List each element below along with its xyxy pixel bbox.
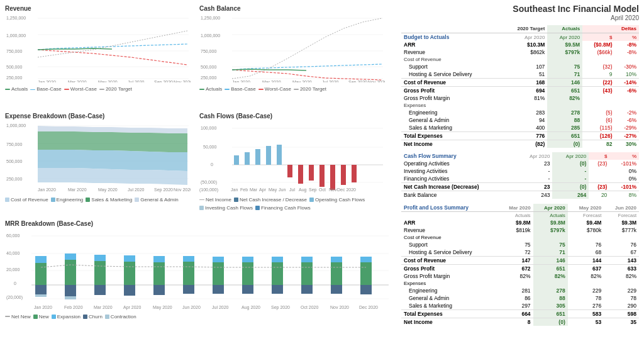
svg-rect-94 bbox=[35, 256, 47, 263]
svg-marker-42 bbox=[38, 150, 187, 171]
svg-text:500,000: 500,000 bbox=[6, 65, 22, 69]
gross-profit-row: Gross Profit 694 651 (43) -6% bbox=[401, 87, 639, 95]
cash-balance-legend: Actuals Base-Case Worst-Case 2020 Target bbox=[199, 86, 391, 92]
svg-marker-41 bbox=[38, 131, 187, 152]
report-subtitle: April 2020 bbox=[401, 14, 639, 21]
svg-rect-124 bbox=[301, 285, 313, 294]
svg-text:(20,000): (20,000) bbox=[6, 295, 23, 300]
pl-net-income: Net Income 8 (0) 53 35 bbox=[401, 318, 639, 326]
svg-text:40,000: 40,000 bbox=[6, 251, 20, 255]
svg-text:(100,000): (100,000) bbox=[199, 187, 218, 192]
svg-rect-68 bbox=[330, 165, 335, 190]
svg-rect-126 bbox=[331, 257, 342, 262]
svg-rect-113 bbox=[213, 262, 224, 285]
svg-rect-100 bbox=[65, 296, 76, 299]
svg-text:100,000: 100,000 bbox=[201, 126, 216, 130]
svg-text:500,000: 500,000 bbox=[201, 65, 216, 69]
svg-text:Jan 2020: Jan 2020 bbox=[38, 80, 56, 82]
svg-text:May: May bbox=[269, 187, 277, 192]
svg-text:Apr 2020: Apr 2020 bbox=[123, 305, 142, 310]
investing-row: Investing Activities - - 0% bbox=[401, 167, 639, 175]
svg-rect-103 bbox=[94, 285, 106, 295]
svg-text:750,000: 750,000 bbox=[201, 49, 216, 53]
svg-text:May 2020: May 2020 bbox=[153, 305, 172, 310]
svg-text:Jan: Jan bbox=[231, 187, 238, 192]
svg-rect-108 bbox=[153, 256, 165, 262]
svg-rect-60 bbox=[245, 152, 250, 165]
svg-rect-102 bbox=[94, 255, 106, 261]
svg-text:Aug: Aug bbox=[299, 187, 307, 192]
left-panel: Revenue 1,250,000 1,000,000 750,000 500,… bbox=[0, 0, 396, 351]
delta-pct-sub: % bbox=[615, 33, 639, 42]
svg-rect-115 bbox=[213, 285, 224, 294]
svg-rect-118 bbox=[242, 285, 253, 294]
svg-rect-130 bbox=[360, 285, 372, 294]
svg-text:Jun 2020: Jun 2020 bbox=[182, 305, 201, 309]
svg-text:Mar 2020: Mar 2020 bbox=[94, 305, 113, 309]
revenue-row: Revenue $862k $797k ($66k) -8% bbox=[401, 48, 639, 56]
svg-text:250,000: 250,000 bbox=[6, 177, 22, 181]
pl-summary-table: Profit and Loss Summary Mar 2020 Apr 202… bbox=[401, 204, 639, 326]
svg-text:750,000: 750,000 bbox=[6, 142, 22, 147]
financing-row: Financing Activities - - 0% bbox=[401, 175, 639, 183]
svg-rect-69 bbox=[341, 165, 346, 185]
pl-cor-header: Cost of Revenue bbox=[401, 234, 639, 241]
revenue-chart-title: Revenue bbox=[5, 5, 197, 12]
svg-rect-61 bbox=[255, 149, 260, 165]
expenses-header-row: Expenses bbox=[401, 102, 639, 109]
svg-rect-110 bbox=[183, 262, 194, 285]
svg-rect-64 bbox=[287, 165, 292, 177]
svg-rect-116 bbox=[242, 262, 253, 285]
svg-text:Nov 2020: Nov 2020 bbox=[330, 305, 349, 309]
svg-rect-70 bbox=[352, 165, 357, 182]
svg-text:Jan 2020: Jan 2020 bbox=[232, 80, 250, 82]
cash-flow-label: Cash Flow Summary bbox=[401, 152, 516, 160]
svg-rect-66 bbox=[309, 165, 314, 181]
svg-text:Nov 2020: Nov 2020 bbox=[368, 80, 385, 82]
pl-cor-total: Cost of Revenue 147 146 144 143 bbox=[401, 257, 639, 265]
svg-rect-98 bbox=[65, 254, 76, 260]
pl-arr-row: ARR $9.8M $9.8M $9.4M $9.3M bbox=[401, 219, 639, 226]
svg-rect-120 bbox=[272, 257, 283, 262]
gross-margin-row: Gross Profit Margin 81% 82% bbox=[401, 94, 639, 102]
svg-rect-97 bbox=[65, 260, 76, 285]
svg-text:Mar 2020: Mar 2020 bbox=[262, 80, 281, 82]
svg-rect-125 bbox=[331, 262, 342, 285]
svg-rect-63 bbox=[277, 145, 282, 165]
svg-text:Jun: Jun bbox=[279, 187, 286, 192]
svg-rect-101 bbox=[94, 261, 106, 285]
svg-rect-128 bbox=[360, 262, 372, 285]
expense-breakdown-title: Expense Breakdown (Base-Case) bbox=[5, 113, 197, 120]
cash-flow-table: Cash Flow Summary Apr 2020 Apr 2020 $ % … bbox=[401, 152, 639, 199]
cash-balance-chart: Cash Balance 1,250,000 1,000,000 750,000… bbox=[199, 5, 391, 110]
engineering-row: Engineering 283 278 (5) -2% bbox=[401, 109, 639, 116]
svg-rect-65 bbox=[298, 165, 303, 184]
pl-revenue-row: Revenue $819k $797k $780k $777k bbox=[401, 226, 639, 234]
svg-text:500,000: 500,000 bbox=[6, 159, 22, 164]
arr-row: ARR $10.3M $9.5M ($0.8M) -8% bbox=[401, 41, 639, 48]
mrr-breakdown-title: MRR Breakdown (Base-Case) bbox=[5, 220, 391, 227]
delta-d-sub: $ bbox=[582, 33, 614, 42]
svg-text:Jan 2020: Jan 2020 bbox=[38, 187, 56, 192]
svg-text:Nov 2020: Nov 2020 bbox=[174, 187, 191, 192]
svg-rect-117 bbox=[242, 257, 253, 262]
svg-text:750,000: 750,000 bbox=[6, 49, 22, 53]
svg-rect-62 bbox=[266, 146, 271, 165]
sm-row: Sales & Marketing 400 285 (115) -29% bbox=[401, 124, 639, 132]
svg-text:20,000: 20,000 bbox=[6, 267, 20, 272]
revenue-chart: Revenue 1,250,000 1,000,000 750,000 500,… bbox=[5, 5, 197, 110]
support-row: Support 107 75 (32) -30% bbox=[401, 63, 639, 70]
svg-rect-95 bbox=[35, 285, 47, 294]
svg-text:Sep 2020: Sep 2020 bbox=[154, 187, 173, 192]
right-panel: Southeast Inc Financial Model April 2020… bbox=[396, 0, 644, 351]
svg-text:Feb 2020: Feb 2020 bbox=[64, 305, 83, 309]
svg-rect-109 bbox=[153, 285, 165, 295]
svg-rect-93 bbox=[35, 263, 47, 285]
svg-text:May 2020: May 2020 bbox=[98, 187, 118, 192]
svg-text:Dec 2020: Dec 2020 bbox=[337, 187, 356, 192]
svg-rect-122 bbox=[301, 262, 313, 285]
svg-rect-107 bbox=[153, 262, 165, 285]
svg-text:1,000,000: 1,000,000 bbox=[6, 33, 26, 38]
budget-actuals-tbody: ARR $10.3M $9.5M ($0.8M) -8% Revenue $86… bbox=[401, 41, 639, 148]
svg-text:Nov: Nov bbox=[329, 187, 337, 192]
